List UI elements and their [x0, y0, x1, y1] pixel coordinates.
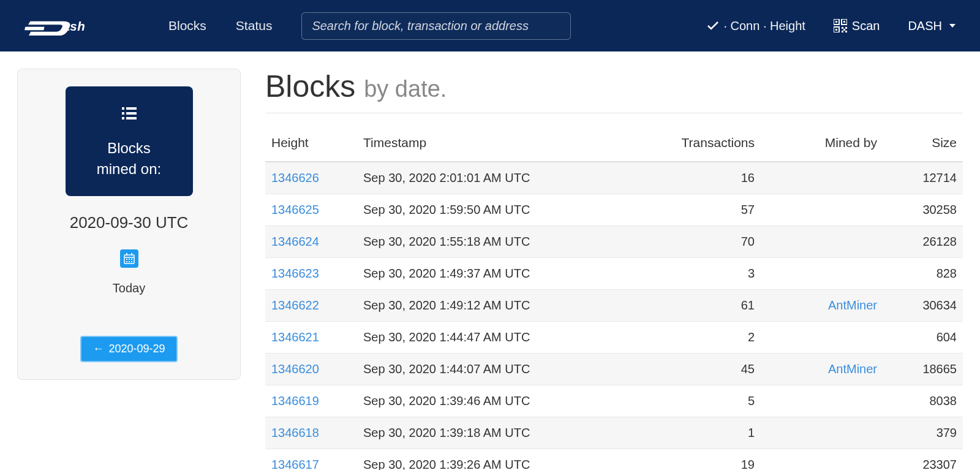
table-row: 1346618Sep 30, 2020 1:39:18 AM UTC1379	[265, 417, 963, 449]
th-timestamp: Timestamp	[357, 127, 650, 162]
mined-by-link[interactable]: AntMiner	[828, 298, 877, 312]
timestamp-cell: Sep 30, 2020 1:44:07 AM UTC	[357, 354, 650, 385]
mined-by-cell	[761, 194, 883, 226]
height-link[interactable]: 1346622	[271, 298, 319, 312]
svg-rect-28	[131, 261, 132, 262]
th-size: Size	[883, 127, 963, 162]
sidebar-card-line2: mined on:	[78, 159, 181, 180]
search-box	[301, 12, 571, 40]
dash-logo-icon: ash	[24, 16, 101, 36]
size-cell: 8038	[883, 385, 963, 417]
mined-by-cell	[761, 258, 883, 290]
table-row: 1346619Sep 30, 2020 1:39:46 AM UTC58038	[265, 385, 963, 417]
svg-text:ash: ash	[63, 19, 86, 33]
height-link[interactable]: 1346626	[271, 171, 319, 184]
height-link[interactable]: 1346617	[271, 458, 319, 470]
size-cell: 604	[883, 322, 963, 354]
height-link[interactable]: 1346625	[271, 203, 319, 216]
svg-rect-11	[843, 29, 845, 31]
table-row: 1346624Sep 30, 2020 1:55:18 AM UTC702612…	[265, 226, 963, 258]
svg-rect-17	[122, 117, 124, 119]
mined-by-cell	[761, 449, 883, 471]
currency-dropdown[interactable]: DASH	[908, 19, 956, 33]
timestamp-cell: Sep 30, 2020 1:44:47 AM UTC	[357, 322, 650, 354]
transactions-cell: 57	[650, 194, 761, 226]
logo[interactable]: ash	[24, 16, 101, 36]
size-cell: 26128	[883, 226, 963, 258]
mined-by-cell	[761, 417, 883, 449]
transactions-cell: 70	[650, 226, 761, 258]
prev-date-button[interactable]: ← 2020-09-29	[80, 336, 177, 362]
svg-rect-26	[126, 261, 127, 262]
transactions-cell: 16	[650, 162, 761, 194]
svg-rect-15	[122, 112, 124, 115]
table-row: 1346626Sep 30, 2020 2:01:01 AM UTC161271…	[265, 162, 963, 194]
main: Blocks by date. Height Timestamp Transac…	[265, 69, 963, 470]
transactions-cell: 5	[650, 385, 761, 417]
sidebar-card-line1: Blocks	[78, 138, 181, 159]
nav-link-status[interactable]: Status	[236, 18, 273, 33]
timestamp-cell: Sep 30, 2020 1:39:18 AM UTC	[357, 417, 650, 449]
svg-rect-5	[835, 21, 837, 23]
scan-button[interactable]: Scan	[834, 19, 880, 33]
mined-by-cell: AntMiner	[761, 354, 883, 385]
arrow-left-icon: ←	[92, 343, 104, 355]
prev-date-label: 2020-09-29	[108, 343, 165, 355]
svg-rect-14	[126, 107, 137, 110]
svg-rect-6	[843, 21, 845, 23]
svg-rect-27	[129, 261, 130, 262]
page-title-main: Blocks	[265, 69, 355, 104]
svg-rect-10	[842, 31, 843, 32]
calendar-icon	[124, 253, 135, 264]
timestamp-cell: Sep 30, 2020 1:49:37 AM UTC	[357, 258, 650, 290]
qr-icon	[834, 19, 847, 32]
calendar-button[interactable]	[120, 249, 138, 268]
table-row: 1346622Sep 30, 2020 1:49:12 AM UTC61AntM…	[265, 290, 963, 322]
connection-status[interactable]: · Conn · Height	[707, 19, 805, 33]
timestamp-cell: Sep 30, 2020 1:39:26 AM UTC	[357, 449, 650, 471]
sidebar-card-text: Blocks mined on:	[78, 138, 181, 179]
timestamp-cell: Sep 30, 2020 1:49:12 AM UTC	[357, 290, 650, 322]
size-cell: 12714	[883, 162, 963, 194]
transactions-cell: 2	[650, 322, 761, 354]
transactions-cell: 19	[650, 449, 761, 471]
table-row: 1346625Sep 30, 2020 1:59:50 AM UTC573025…	[265, 194, 963, 226]
height-link[interactable]: 1346624	[271, 235, 319, 248]
connection-status-text: · Conn · Height	[723, 19, 805, 33]
svg-rect-13	[122, 107, 124, 110]
table-row: 1346620Sep 30, 2020 1:44:07 AM UTC45AntM…	[265, 354, 963, 385]
svg-rect-16	[126, 112, 137, 115]
sidebar-card: Blocks mined on:	[66, 86, 193, 196]
height-link[interactable]: 1346620	[271, 362, 319, 376]
nav-link-blocks[interactable]: Blocks	[168, 18, 206, 33]
transactions-cell: 3	[650, 258, 761, 290]
timestamp-cell: Sep 30, 2020 2:01:01 AM UTC	[357, 162, 650, 194]
navbar-right: · Conn · Height Scan	[707, 19, 956, 33]
search-input[interactable]	[301, 12, 571, 40]
svg-rect-23	[126, 259, 127, 260]
svg-rect-12	[845, 31, 847, 32]
height-link[interactable]: 1346618	[271, 426, 319, 439]
mined-by-cell	[761, 162, 883, 194]
height-link[interactable]: 1346623	[271, 267, 319, 280]
mined-by-link[interactable]: AntMiner	[828, 362, 877, 376]
list-icon	[78, 106, 181, 123]
caret-down-icon	[949, 24, 956, 28]
height-link[interactable]: 1346621	[271, 330, 319, 344]
sidebar-date: 2020-09-30 UTC	[70, 213, 189, 232]
th-height: Height	[265, 127, 357, 162]
today-label: Today	[113, 281, 145, 295]
height-link[interactable]: 1346619	[271, 394, 319, 407]
svg-rect-18	[126, 117, 137, 119]
svg-rect-22	[131, 253, 132, 256]
timestamp-cell: Sep 30, 2020 1:59:50 AM UTC	[357, 194, 650, 226]
navbar-left: ash Blocks Status	[24, 12, 571, 40]
currency-label: DASH	[908, 19, 942, 33]
blocks-table: Height Timestamp Transactions Mined by S…	[265, 127, 963, 470]
transactions-cell: 1	[650, 417, 761, 449]
svg-rect-25	[131, 259, 132, 260]
svg-rect-21	[126, 253, 127, 256]
scan-label: Scan	[852, 19, 880, 33]
size-cell: 18665	[883, 354, 963, 385]
size-cell: 23307	[883, 449, 963, 471]
